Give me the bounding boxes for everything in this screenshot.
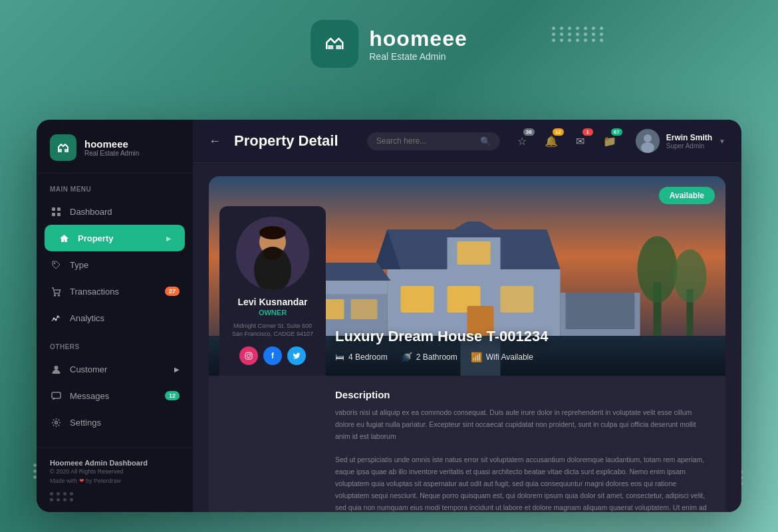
bed-icon: 🛏 [335,352,344,362]
bell-badge: 12 [553,128,564,136]
svg-rect-7 [57,213,61,216]
owner-role: OWNER [230,309,315,317]
sidebar-footer-copyright: © 2020 All Rights Reserved [50,468,180,475]
sidebar-footer: Hoomeee Admin Dashboard © 2020 All Right… [37,448,193,512]
sidebar-app-name: hoomeee [84,138,139,150]
grid-icon [50,205,62,217]
bedroom-label: 4 Bedroom [348,352,388,362]
sidebar-item-settings[interactable]: Settings [37,409,193,436]
sidebar-item-dashboard[interactable]: Dashboard [37,198,193,225]
owner-name: Levi Kusnandar [230,297,315,307]
bathroom-label: 2 Bathroom [416,352,457,362]
user-name: Erwin Smith [666,133,712,142]
sidebar-item-label-property: Property [78,233,158,243]
owner-card: Levi Kusnandar OWNER Midnight Corner St.… [219,206,326,376]
decorative-dots-top [552,27,605,42]
svg-point-25 [674,249,707,303]
sidebar-item-messages[interactable]: Messages 12 [37,382,193,409]
main-content: ← Property Detail 🔍 ☆ 38 🔔 12 ✉ 1 [193,120,741,512]
svg-rect-2 [59,149,62,152]
transactions-badge: 27 [165,287,180,296]
sidebar-item-analytics[interactable]: Analytics [37,305,193,331]
page-title: Property Detail [234,132,356,150]
sidebar-footer-made-with: Made with ❤ by Peterdraw [50,477,180,484]
svg-point-47 [263,247,282,260]
feature-bedroom: 🛏 4 Bedroom [335,352,388,362]
svg-point-12 [55,319,57,321]
svg-point-19 [641,142,654,153]
star-badge: 38 [523,128,535,136]
home-icon [58,232,70,244]
search-box[interactable]: 🔍 [367,132,500,150]
description-text: vaboris nisi ut aliquip ex ea commodo co… [335,407,712,512]
sidebar-item-transactions[interactable]: Transactions 27 [37,278,193,305]
sidebar-logo-text: hoomeee Real Estate Admin [84,138,139,157]
svg-point-13 [57,316,59,317]
svg-rect-42 [351,299,378,319]
top-logo-area: hoomeee Real Estate Admin [311,20,467,68]
property-card: Available [209,176,725,512]
mail-icon: ✉ [576,135,584,148]
description-paragraph-2: Sed ut perspiciatis unde omnis iste natu… [335,454,712,512]
bell-icon: 🔔 [545,135,558,148]
svg-point-11 [53,318,55,319]
mail-icon-button[interactable]: ✉ 1 [569,130,592,152]
owner-avatar [236,217,309,290]
topbar-user-info: Erwin Smith Super Admin [666,133,712,150]
sidebar-item-label-analytics: Analytics [70,313,180,323]
svg-rect-4 [52,207,55,211]
sidebar-item-type[interactable]: Type [37,251,193,278]
user-role: Super Admin [666,142,712,150]
svg-rect-37 [566,293,635,329]
svg-rect-31 [401,286,434,313]
sidebar-main-menu-label: Main Menu [37,174,193,198]
mail-badge: 1 [583,128,593,136]
owner-address: Midnight Corner St. Suite 600 San Franci… [230,322,315,338]
sidebar-others-label: Others [37,331,193,356]
facebook-icon[interactable]: f [263,346,282,365]
chat-icon [50,390,62,402]
svg-rect-1 [336,45,341,49]
star-icon: ☆ [517,135,527,148]
sidebar-item-label-type: Type [70,260,180,270]
description-title: Description [335,389,712,400]
svg-rect-33 [501,286,534,313]
svg-point-14 [54,366,58,370]
svg-point-8 [53,262,55,263]
feature-bathroom: 🚿 2 Bathroom [401,352,457,362]
messages-badge: 12 [165,391,180,400]
property-description-section: Description vaboris nisi ut aliquip ex e… [209,376,725,512]
sidebar-item-customer[interactable]: Customer ▶ [37,356,193,382]
svg-rect-6 [52,213,55,216]
cart-icon [50,285,62,297]
property-image: Available [209,176,725,376]
topbar-icons: ☆ 38 🔔 12 ✉ 1 📁 67 [511,130,621,152]
sidebar-app-subtitle: Real Estate Admin [84,150,139,157]
topbar-user[interactable]: Erwin Smith Super Admin ▼ [636,129,725,153]
svg-rect-0 [328,45,333,49]
chevron-down-icon: ▼ [719,138,725,145]
sidebar-header: hoomeee Real Estate Admin [37,120,193,174]
instagram-icon[interactable] [239,346,258,365]
back-button[interactable]: ← [209,134,221,148]
feature-wifi: 📶 Wifi Available [471,352,533,362]
sidebar-footer-dots [50,492,180,501]
folder-icon: 📁 [603,135,616,148]
svg-rect-49 [245,352,252,359]
sidebar-item-label-dashboard: Dashboard [70,207,180,217]
svg-point-51 [250,354,251,355]
chevron-right-icon-customer: ▶ [174,366,180,373]
app-tagline: Real Estate Admin [369,51,467,62]
bell-icon-button[interactable]: 🔔 12 [540,130,563,152]
content-area: Available [193,163,741,512]
star-icon-button[interactable]: ☆ 38 [511,130,533,152]
search-input[interactable] [376,136,475,146]
sidebar-item-label-transactions: Transactions [70,287,157,297]
svg-point-23 [638,236,678,303]
property-info-overlay: Luxury Dream House T-001234 🛏 4 Bedroom … [335,328,712,362]
sidebar-item-label-messages: Messages [70,391,157,401]
sidebar-item-property[interactable]: Property ▶ [45,225,185,251]
folder-icon-button[interactable]: 📁 67 [598,130,621,152]
twitter-icon[interactable] [287,346,306,365]
search-icon: 🔍 [480,136,491,146]
